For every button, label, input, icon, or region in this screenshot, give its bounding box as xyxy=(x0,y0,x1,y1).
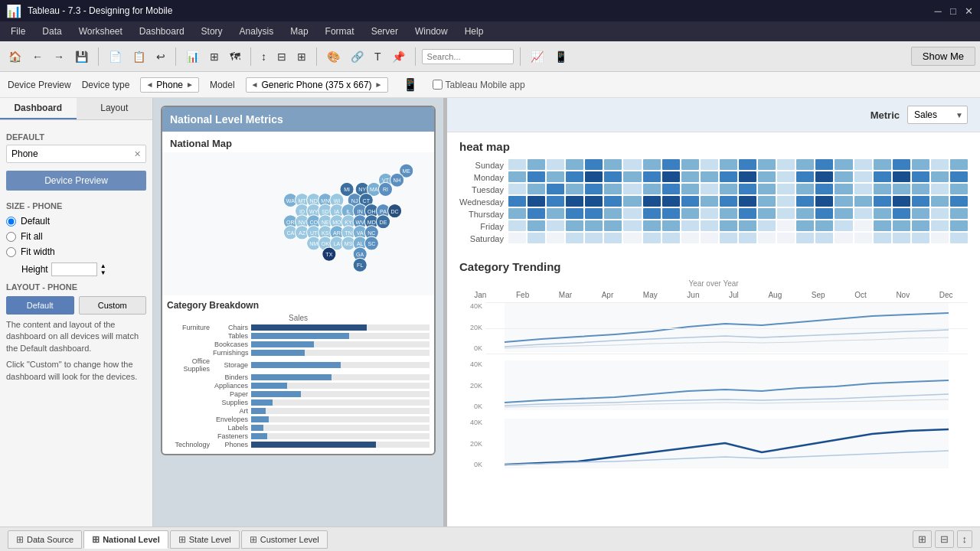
toolbar-link[interactable]: 🔗 xyxy=(347,46,368,67)
maximize-button[interactable]: □ xyxy=(948,5,959,16)
heatmap-row xyxy=(508,159,968,170)
month-may: May xyxy=(643,291,658,299)
heatmap-cell xyxy=(777,159,795,170)
toolbar-forward[interactable]: → xyxy=(50,46,68,67)
layout-custom-btn[interactable]: Custom xyxy=(79,296,147,315)
svg-text:NY: NY xyxy=(358,187,366,192)
model-left-arrow[interactable]: ◄ xyxy=(251,80,259,89)
model-right-arrow[interactable]: ► xyxy=(375,80,383,89)
tab-layout[interactable]: Layout xyxy=(77,98,153,119)
phone-preview-panel: National Level Metrics National Map ME V… xyxy=(153,98,444,527)
heatmap-cell xyxy=(739,233,756,243)
svg-text:VA: VA xyxy=(357,230,364,236)
menu-format[interactable]: Format xyxy=(318,24,362,38)
menu-analysis[interactable]: Analysis xyxy=(232,24,282,38)
heatmap-cell xyxy=(815,171,833,182)
menu-data[interactable]: Data xyxy=(34,24,69,38)
heatmap-cells xyxy=(508,159,968,245)
sort-sheets-btn[interactable]: ↕ xyxy=(957,530,973,548)
search-input[interactable] xyxy=(422,49,514,64)
toolbar-filter[interactable]: ⊟ xyxy=(273,46,290,67)
toolbar-undo[interactable]: ↩ xyxy=(152,46,169,67)
menu-window[interactable]: Window xyxy=(407,24,456,38)
bar-label-appliances: Appliances xyxy=(213,382,251,390)
device-type-right-arrow[interactable]: ► xyxy=(186,80,194,89)
menu-map[interactable]: Map xyxy=(283,24,315,38)
menu-help[interactable]: Help xyxy=(457,24,492,38)
phone-close-icon[interactable]: ✕ xyxy=(134,149,141,159)
model-selector[interactable]: ◄ Generic Phone (375 x 667) ► xyxy=(246,77,388,93)
mobile-app-check: Tableau Mobile app xyxy=(433,80,525,90)
heatmap-cell xyxy=(739,196,756,207)
heatmap-cell xyxy=(720,233,737,243)
mobile-app-checkbox[interactable] xyxy=(433,80,443,90)
tab-national-level[interactable]: ⊞ National Level xyxy=(83,530,168,549)
metric-select[interactable]: Sales Profit Quantity xyxy=(907,106,968,124)
heatmap-cell xyxy=(758,184,776,194)
heatmap-grid: Sunday Monday Tuesday Wednesday Thursday… xyxy=(459,159,968,245)
toolbar-device[interactable]: 📱 xyxy=(550,46,571,67)
size-fit-width-option[interactable]: Fit width xyxy=(6,244,146,259)
toolbar-back[interactable]: ← xyxy=(28,46,47,67)
show-me-button[interactable]: Show Me xyxy=(911,47,975,66)
month-feb: Feb xyxy=(516,291,529,299)
bar-label-supplies: Supplies xyxy=(213,399,251,406)
heatmap-cell xyxy=(854,184,872,194)
minimize-button[interactable]: ─ xyxy=(933,5,943,16)
toolbar-chart[interactable]: 📊 xyxy=(182,46,203,67)
bar-track xyxy=(251,383,430,389)
toolbar-duplicate[interactable]: 📋 xyxy=(129,46,149,67)
heatmap-cell xyxy=(528,208,545,219)
svg-text:ID: ID xyxy=(299,209,305,214)
heatmap-cell xyxy=(835,220,852,231)
duplicate-sheet-btn[interactable]: ⊟ xyxy=(935,530,954,548)
heatmap-cell xyxy=(623,208,641,219)
default-section-label: Default xyxy=(6,132,146,142)
tab-customer-level[interactable]: ⊞ Customer Level xyxy=(241,530,328,549)
heatmap-cell xyxy=(835,233,852,243)
toolbar-group[interactable]: ⊞ xyxy=(293,46,310,67)
toolbar-new-sheet[interactable]: 📄 xyxy=(105,46,126,67)
height-input[interactable] xyxy=(51,262,97,276)
layout-default-btn[interactable]: Default xyxy=(6,296,74,315)
mobile-icon-btn[interactable]: 📱 xyxy=(399,74,422,96)
device-preview-button[interactable]: Device Preview xyxy=(6,171,146,191)
toolbar-table[interactable]: ⊞ xyxy=(206,46,223,67)
tab-data-source[interactable]: ⊞ Data Source xyxy=(8,530,82,549)
toolbar-text[interactable]: T xyxy=(371,46,385,67)
heatmap-cell xyxy=(854,159,872,170)
menu-server[interactable]: Server xyxy=(364,24,406,38)
heatmap-cell xyxy=(893,208,910,219)
new-sheet-btn[interactable]: ⊞ xyxy=(913,530,932,548)
toolbar-color[interactable]: 🎨 xyxy=(323,46,344,67)
metric-select-wrapper[interactable]: Sales Profit Quantity xyxy=(907,106,968,124)
app-icon: 📊 xyxy=(6,4,21,18)
toolbar-analytics[interactable]: 📈 xyxy=(527,46,547,67)
size-default-option[interactable]: Default xyxy=(6,214,146,229)
toolbar-save[interactable]: 💾 xyxy=(71,46,92,67)
close-button[interactable]: ✕ xyxy=(963,5,974,16)
toolbar-home[interactable]: 🏠 xyxy=(5,46,25,67)
title-bar-controls[interactable]: ─ □ ✕ xyxy=(933,5,974,16)
bar-label-envelopes: Envelopes xyxy=(213,416,251,423)
menu-file[interactable]: File xyxy=(3,24,33,38)
toolbar-pin[interactable]: 📌 xyxy=(388,46,409,67)
heatmap-cell xyxy=(585,208,603,219)
device-type-left-arrow[interactable]: ◄ xyxy=(145,80,153,89)
heatmap-cell xyxy=(777,171,795,182)
heatmap-cell xyxy=(662,220,680,231)
svg-text:AR: AR xyxy=(333,230,341,236)
toolbar-map-btn[interactable]: 🗺 xyxy=(226,46,244,67)
bar-row-furnishings: Furnishings xyxy=(167,349,430,357)
toolbar-sort[interactable]: ↕ xyxy=(257,46,270,67)
heatmap-cell xyxy=(912,196,929,207)
menu-story[interactable]: Story xyxy=(194,24,230,38)
height-spinner[interactable]: ▲▼ xyxy=(100,262,106,276)
svg-text:ND: ND xyxy=(310,198,318,204)
device-type-selector[interactable]: ◄ Phone ► xyxy=(140,77,199,93)
tab-state-level[interactable]: ⊞ State Level xyxy=(170,530,240,549)
menu-dashboard[interactable]: Dashboard xyxy=(132,24,192,38)
menu-worksheet[interactable]: Worksheet xyxy=(71,24,130,38)
tab-dashboard[interactable]: Dashboard xyxy=(0,98,77,119)
size-fit-all-option[interactable]: Fit all xyxy=(6,229,146,244)
